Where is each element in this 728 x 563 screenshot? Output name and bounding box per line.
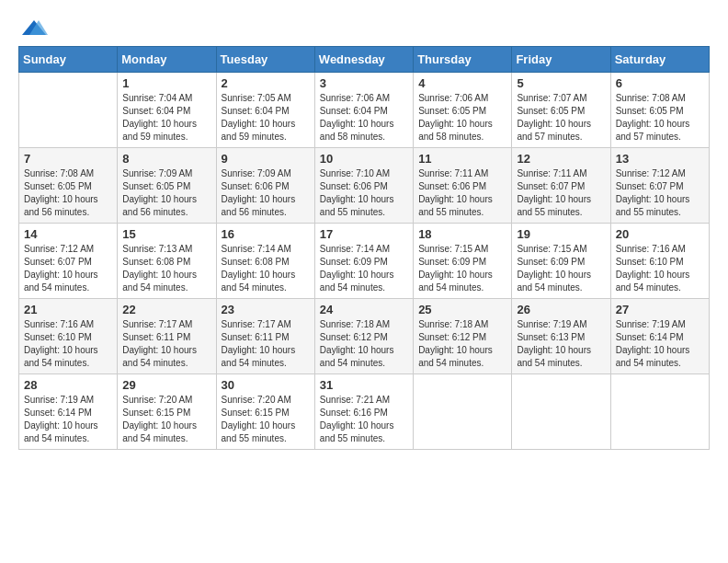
- calendar-day-cell: 6Sunrise: 7:08 AM Sunset: 6:05 PM Daylig…: [610, 73, 709, 148]
- day-info: Sunrise: 7:21 AM Sunset: 6:16 PM Dayligh…: [320, 394, 408, 445]
- page-header: [18, 18, 710, 37]
- day-number: 24: [320, 303, 408, 316]
- calendar-week-row: 14Sunrise: 7:12 AM Sunset: 6:07 PM Dayli…: [19, 224, 710, 299]
- day-number: 2: [222, 76, 310, 90]
- calendar-day-cell: 13Sunrise: 7:12 AM Sunset: 6:07 PM Dayli…: [610, 148, 709, 224]
- day-number: 31: [320, 378, 408, 392]
- calendar-day-cell: [19, 73, 118, 148]
- day-info: Sunrise: 7:19 AM Sunset: 6:14 PM Dayligh…: [616, 318, 704, 370]
- day-info: Sunrise: 7:12 AM Sunset: 6:07 PM Dayligh…: [24, 243, 112, 294]
- calendar-day-cell: 4Sunrise: 7:06 AM Sunset: 6:05 PM Daylig…: [414, 73, 512, 148]
- day-number: 23: [222, 303, 310, 316]
- calendar-day-cell: 29Sunrise: 7:20 AM Sunset: 6:15 PM Dayli…: [118, 374, 216, 450]
- day-info: Sunrise: 7:05 AM Sunset: 6:04 PM Dayligh…: [222, 92, 310, 144]
- day-number: 17: [320, 227, 408, 241]
- calendar-day-cell: 10Sunrise: 7:10 AM Sunset: 6:06 PM Dayli…: [314, 148, 413, 224]
- day-info: Sunrise: 7:20 AM Sunset: 6:15 PM Dayligh…: [222, 394, 310, 445]
- day-info: Sunrise: 7:17 AM Sunset: 6:11 PM Dayligh…: [122, 318, 210, 370]
- calendar-day-cell: 21Sunrise: 7:16 AM Sunset: 6:10 PM Dayli…: [19, 299, 118, 374]
- day-number: 30: [222, 378, 310, 392]
- day-number: 14: [24, 227, 112, 241]
- calendar-day-cell: 1Sunrise: 7:04 AM Sunset: 6:04 PM Daylig…: [118, 73, 216, 148]
- calendar-day-cell: 5Sunrise: 7:07 AM Sunset: 6:05 PM Daylig…: [512, 73, 610, 148]
- day-info: Sunrise: 7:11 AM Sunset: 6:07 PM Dayligh…: [517, 167, 605, 219]
- day-info: Sunrise: 7:17 AM Sunset: 6:11 PM Dayligh…: [222, 318, 310, 370]
- day-info: Sunrise: 7:06 AM Sunset: 6:04 PM Dayligh…: [320, 92, 408, 144]
- calendar-week-row: 21Sunrise: 7:16 AM Sunset: 6:10 PM Dayli…: [19, 299, 710, 374]
- calendar-day-cell: 30Sunrise: 7:20 AM Sunset: 6:15 PM Dayli…: [216, 374, 314, 450]
- logo: [18, 18, 50, 37]
- weekday-header: Sunday: [19, 47, 118, 73]
- day-number: 22: [122, 303, 210, 316]
- weekday-header: Friday: [512, 47, 610, 73]
- weekday-header: Saturday: [610, 47, 709, 73]
- day-info: Sunrise: 7:14 AM Sunset: 6:09 PM Dayligh…: [320, 243, 408, 294]
- day-info: Sunrise: 7:07 AM Sunset: 6:05 PM Dayligh…: [517, 92, 605, 144]
- weekday-header: Thursday: [414, 47, 512, 73]
- calendar-day-cell: 8Sunrise: 7:09 AM Sunset: 6:05 PM Daylig…: [118, 148, 216, 224]
- calendar-day-cell: 14Sunrise: 7:12 AM Sunset: 6:07 PM Dayli…: [19, 224, 118, 299]
- day-number: 11: [418, 152, 506, 166]
- calendar-day-cell: 3Sunrise: 7:06 AM Sunset: 6:04 PM Daylig…: [314, 73, 413, 148]
- day-number: 10: [320, 152, 408, 166]
- calendar-day-cell: 17Sunrise: 7:14 AM Sunset: 6:09 PM Dayli…: [314, 224, 413, 299]
- day-info: Sunrise: 7:16 AM Sunset: 6:10 PM Dayligh…: [24, 318, 112, 370]
- calendar-day-cell: 12Sunrise: 7:11 AM Sunset: 6:07 PM Dayli…: [512, 148, 610, 224]
- calendar-day-cell: 31Sunrise: 7:21 AM Sunset: 6:16 PM Dayli…: [314, 374, 413, 450]
- day-number: 4: [418, 76, 506, 90]
- day-info: Sunrise: 7:18 AM Sunset: 6:12 PM Dayligh…: [320, 318, 408, 370]
- weekday-header: Tuesday: [216, 47, 314, 73]
- calendar-day-cell: 2Sunrise: 7:05 AM Sunset: 6:04 PM Daylig…: [216, 73, 314, 148]
- calendar-day-cell: 27Sunrise: 7:19 AM Sunset: 6:14 PM Dayli…: [610, 299, 709, 374]
- day-info: Sunrise: 7:09 AM Sunset: 6:06 PM Dayligh…: [222, 167, 310, 219]
- day-info: Sunrise: 7:19 AM Sunset: 6:13 PM Dayligh…: [517, 318, 605, 370]
- calendar-day-cell: 16Sunrise: 7:14 AM Sunset: 6:08 PM Dayli…: [216, 224, 314, 299]
- day-info: Sunrise: 7:20 AM Sunset: 6:15 PM Dayligh…: [122, 394, 210, 445]
- calendar-day-cell: 23Sunrise: 7:17 AM Sunset: 6:11 PM Dayli…: [216, 299, 314, 374]
- day-number: 8: [122, 152, 210, 166]
- calendar-day-cell: 18Sunrise: 7:15 AM Sunset: 6:09 PM Dayli…: [414, 224, 512, 299]
- day-number: 27: [616, 303, 704, 316]
- day-number: 19: [517, 227, 605, 241]
- calendar-week-row: 7Sunrise: 7:08 AM Sunset: 6:05 PM Daylig…: [19, 148, 710, 224]
- calendar-day-cell: 28Sunrise: 7:19 AM Sunset: 6:14 PM Dayli…: [19, 374, 118, 450]
- day-info: Sunrise: 7:13 AM Sunset: 6:08 PM Dayligh…: [122, 243, 210, 294]
- day-info: Sunrise: 7:11 AM Sunset: 6:06 PM Dayligh…: [418, 167, 506, 219]
- day-number: 29: [122, 378, 210, 392]
- day-info: Sunrise: 7:15 AM Sunset: 6:09 PM Dayligh…: [517, 243, 605, 294]
- calendar-day-cell: [414, 374, 512, 450]
- calendar-table: SundayMondayTuesdayWednesdayThursdayFrid…: [18, 46, 710, 450]
- day-number: 16: [222, 227, 310, 241]
- day-number: 25: [418, 303, 506, 316]
- day-info: Sunrise: 7:14 AM Sunset: 6:08 PM Dayligh…: [222, 243, 310, 294]
- weekday-header: Monday: [118, 47, 216, 73]
- calendar-day-cell: 26Sunrise: 7:19 AM Sunset: 6:13 PM Dayli…: [512, 299, 610, 374]
- day-number: 28: [24, 378, 112, 392]
- day-number: 3: [320, 76, 408, 90]
- day-info: Sunrise: 7:06 AM Sunset: 6:05 PM Dayligh…: [418, 92, 506, 144]
- logo-icon: [20, 18, 48, 37]
- calendar-day-cell: 11Sunrise: 7:11 AM Sunset: 6:06 PM Dayli…: [414, 148, 512, 224]
- day-info: Sunrise: 7:04 AM Sunset: 6:04 PM Dayligh…: [122, 92, 210, 144]
- day-info: Sunrise: 7:09 AM Sunset: 6:05 PM Dayligh…: [122, 167, 210, 219]
- calendar-day-cell: 24Sunrise: 7:18 AM Sunset: 6:12 PM Dayli…: [314, 299, 413, 374]
- calendar-day-cell: 25Sunrise: 7:18 AM Sunset: 6:12 PM Dayli…: [414, 299, 512, 374]
- day-info: Sunrise: 7:08 AM Sunset: 6:05 PM Dayligh…: [24, 167, 112, 219]
- day-number: 21: [24, 303, 112, 316]
- day-info: Sunrise: 7:12 AM Sunset: 6:07 PM Dayligh…: [616, 167, 704, 219]
- weekday-header: Wednesday: [314, 47, 413, 73]
- day-number: 5: [517, 76, 605, 90]
- day-number: 6: [616, 76, 704, 90]
- day-info: Sunrise: 7:15 AM Sunset: 6:09 PM Dayligh…: [418, 243, 506, 294]
- calendar-day-cell: [610, 374, 709, 450]
- day-number: 7: [24, 152, 112, 166]
- day-info: Sunrise: 7:16 AM Sunset: 6:10 PM Dayligh…: [616, 243, 704, 294]
- day-number: 1: [122, 76, 210, 90]
- calendar-day-cell: [512, 374, 610, 450]
- calendar-day-cell: 9Sunrise: 7:09 AM Sunset: 6:06 PM Daylig…: [216, 148, 314, 224]
- day-number: 20: [616, 227, 704, 241]
- calendar-day-cell: 7Sunrise: 7:08 AM Sunset: 6:05 PM Daylig…: [19, 148, 118, 224]
- day-number: 13: [616, 152, 704, 166]
- calendar-day-cell: 19Sunrise: 7:15 AM Sunset: 6:09 PM Dayli…: [512, 224, 610, 299]
- calendar-week-row: 1Sunrise: 7:04 AM Sunset: 6:04 PM Daylig…: [19, 73, 710, 148]
